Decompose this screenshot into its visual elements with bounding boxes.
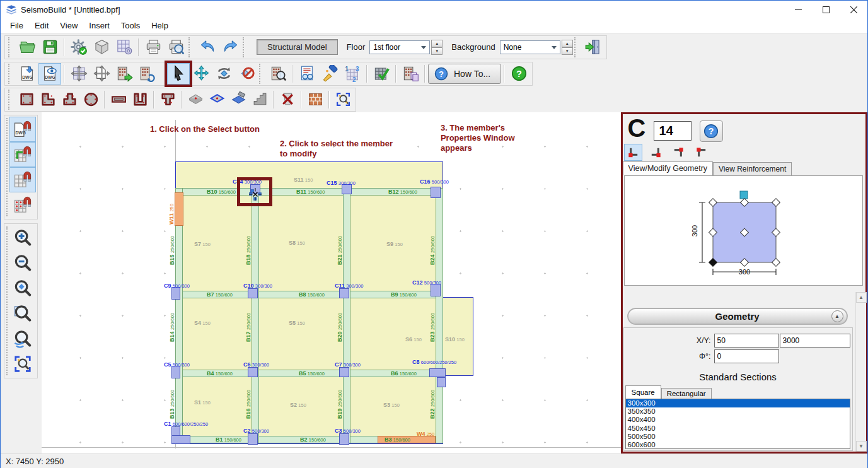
panel-scrollbar[interactable]: ▲ ▼ — [855, 292, 866, 452]
help-green-button[interactable]: ? — [507, 63, 530, 85]
section-preview[interactable]: 300 300 — [624, 175, 863, 286]
menu-insert[interactable]: Insert — [83, 19, 115, 32]
slab-finish-button[interactable] — [228, 89, 249, 110]
zoom-extents-button[interactable] — [9, 351, 36, 377]
insertion-top-left-button[interactable] — [692, 144, 710, 161]
rotate-member-button[interactable] — [212, 63, 235, 85]
clean-button[interactable] — [318, 63, 341, 85]
how-to-button[interactable]: ?How To... — [428, 64, 501, 84]
background-spin-up-button[interactable]: ▲ — [562, 40, 573, 47]
print-preview-button[interactable] — [165, 37, 187, 58]
geometry-group-header[interactable]: Geometry ▲ — [627, 308, 848, 325]
menu-help[interactable]: Help — [146, 19, 174, 32]
infill-button[interactable] — [304, 89, 326, 110]
maximize-button[interactable] — [812, 1, 840, 18]
column-lshape-section-button[interactable] — [37, 89, 59, 110]
menu-edit[interactable]: Edit — [29, 19, 54, 32]
column-C10[interactable] — [248, 288, 258, 298]
grid-settings-button[interactable] — [113, 37, 136, 58]
section-option-500x500[interactable]: 500x500 — [626, 433, 850, 441]
select-button[interactable] — [167, 63, 190, 85]
open-project-button[interactable] — [16, 37, 38, 58]
insertion-bottom-left-button[interactable] — [624, 144, 642, 161]
scroll-down-button[interactable]: ▼ — [856, 441, 867, 452]
snap-point-button[interactable] — [9, 192, 36, 218]
floor-dropdown[interactable]: 1st floor — [369, 40, 430, 54]
tab-view-reinforcement[interactable]: View Reinforcement — [713, 162, 792, 175]
wall-section-button[interactable] — [108, 89, 129, 110]
close-button[interactable] — [840, 1, 867, 18]
column-C1[interactable] — [171, 435, 190, 444]
zoom-section-button[interactable] — [332, 89, 354, 110]
beam-line-1[interactable] — [175, 188, 183, 443]
rotation-input[interactable] — [714, 349, 779, 363]
beam-line-4[interactable] — [436, 188, 443, 443]
column-C5[interactable] — [171, 366, 180, 378]
snap-dwg-button[interactable]: DWG — [9, 117, 36, 142]
undo-button[interactable] — [196, 37, 219, 58]
move-member-button[interactable] — [190, 63, 212, 85]
background-spin-down-button[interactable]: ▼ — [562, 47, 573, 55]
zoom-out-button[interactable] — [9, 250, 36, 276]
save-project-button[interactable] — [38, 37, 61, 58]
zoom-dynamic-button[interactable] — [9, 276, 36, 301]
collapse-geometry-button[interactable]: ▲ — [831, 310, 843, 322]
zoom-pan-button[interactable] — [9, 326, 36, 351]
drawing-canvas[interactable]: W11 250W4 250C14 300/300C15 300/300C16 5… — [42, 112, 621, 453]
find-member-button[interactable] — [267, 63, 289, 85]
column-C8[interactable] — [437, 377, 446, 387]
delete-member-button[interactable] — [235, 63, 258, 85]
column-rect-section-button[interactable] — [16, 89, 37, 110]
column-C9[interactable] — [171, 287, 180, 300]
column-C6[interactable] — [248, 367, 258, 377]
refresh-floor-button[interactable] — [136, 63, 158, 85]
column-C3[interactable] — [339, 433, 349, 445]
column-C7[interactable] — [339, 367, 349, 377]
snap-line-button[interactable] — [9, 142, 36, 167]
menu-tools[interactable]: Tools — [115, 19, 146, 32]
x-coordinate-input[interactable] — [714, 334, 779, 348]
section-option-450x450[interactable]: 450x450 — [626, 424, 850, 433]
print-button[interactable] — [142, 37, 165, 58]
dwg-import-button[interactable]: DWG — [16, 63, 38, 85]
zoom-in-button[interactable] — [9, 225, 36, 250]
materials-button[interactable] — [90, 37, 113, 58]
copy-floor-button[interactable] — [113, 63, 136, 85]
menu-view[interactable]: View — [54, 19, 83, 32]
tab-view-modify-geometry[interactable]: View/Modify Geometry — [623, 161, 714, 175]
dwg-layers-button[interactable]: DWG — [38, 63, 61, 85]
floor-spin-up-button[interactable]: ▲ — [431, 40, 443, 47]
settings-button[interactable] — [67, 37, 90, 58]
column-C2[interactable] — [248, 433, 258, 445]
check-model-button[interactable] — [370, 63, 393, 85]
structural-model-button[interactable]: Structural Model — [257, 39, 338, 55]
report-button[interactable] — [296, 63, 318, 85]
beam-line-3[interactable] — [343, 188, 350, 443]
slab-outline-button[interactable] — [206, 89, 228, 110]
background-dropdown[interactable]: None — [500, 40, 560, 54]
core-section-button[interactable] — [129, 89, 151, 110]
panel-help-button[interactable]: ? — [700, 120, 723, 142]
slab-solid-button[interactable] — [185, 89, 206, 110]
exit-button[interactable] — [582, 37, 605, 58]
menu-file[interactable]: File — [4, 19, 29, 32]
y-coordinate-input[interactable] — [780, 334, 850, 348]
move-grid-button[interactable] — [67, 63, 90, 85]
zoom-window-button[interactable] — [9, 301, 36, 326]
stairs-button[interactable] — [249, 89, 270, 110]
move-dwg-button[interactable] — [90, 63, 113, 85]
tab-square[interactable]: Square — [625, 385, 661, 399]
section-option-350x350[interactable]: 350x350 — [626, 407, 850, 416]
tbeam-section-button[interactable] — [157, 89, 178, 110]
redo-button[interactable] — [219, 37, 241, 58]
tab-rectangular[interactable]: Rectangular — [661, 388, 712, 399]
scroll-up-button[interactable]: ▲ — [856, 292, 867, 303]
delete-section-button[interactable] — [277, 89, 298, 110]
minimize-button[interactable] — [784, 1, 812, 18]
floor-spin-down-button[interactable]: ▼ — [431, 47, 443, 55]
member-id-input[interactable] — [654, 121, 692, 141]
wall-W11[interactable] — [175, 192, 183, 226]
copy-building-button[interactable] — [399, 63, 422, 85]
insertion-top-right-button[interactable] — [669, 144, 688, 161]
column-C12[interactable] — [431, 284, 441, 296]
